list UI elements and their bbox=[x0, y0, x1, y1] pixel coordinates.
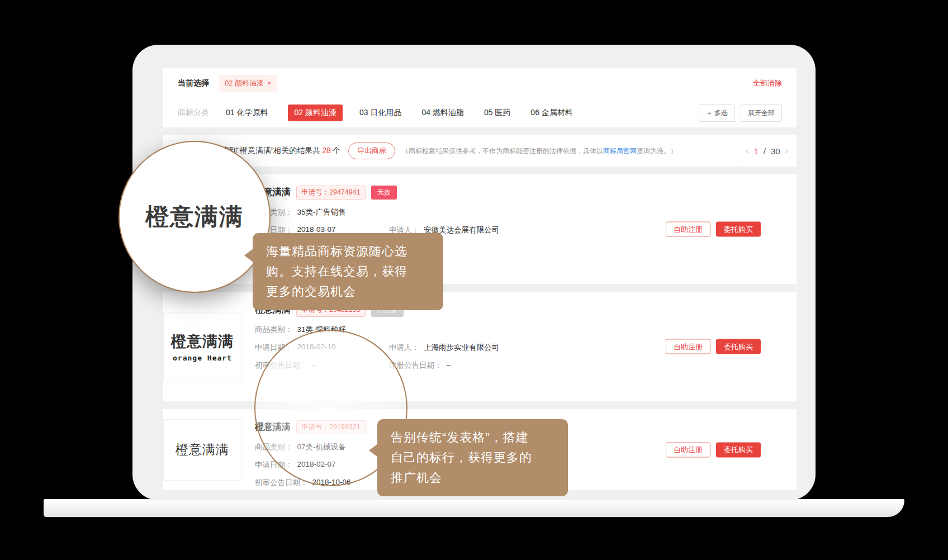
tooltip-bubble-trade: 海量精品商标资源随心选 购。支持在线交易，获得 更多的交易机会 bbox=[253, 233, 443, 310]
trademark-image-subtext: orange Heart bbox=[173, 354, 232, 362]
trademark-image: 橙意满满 bbox=[163, 419, 241, 481]
applicant-label: 申请人： bbox=[389, 343, 419, 353]
magnified-trademark-text: 橙意满满 bbox=[145, 201, 244, 232]
self-register-button[interactable]: 自助注册 bbox=[666, 442, 710, 457]
filter-panel: 当前选择 02 颜料油漆 × 全部清除 商标分类 01 化学原料 02 颜料油漆… bbox=[163, 68, 797, 127]
category-field-label: 商品类别： bbox=[255, 325, 293, 335]
category-item-05[interactable]: 05 医药 bbox=[484, 108, 510, 118]
results-summary-suffix: 个 bbox=[333, 146, 340, 155]
current-selection-label: 当前选择 bbox=[178, 78, 209, 88]
category-actions: ＋ 多选 展开全部 bbox=[699, 105, 782, 122]
row-actions: 自助注册 委托购买 bbox=[666, 222, 761, 237]
multi-select-button[interactable]: ＋ 多选 bbox=[699, 105, 735, 122]
export-trademark-button[interactable]: 导出商标 bbox=[348, 143, 395, 159]
selected-filter-tag[interactable]: 02 颜料油漆 × bbox=[219, 75, 277, 92]
page-current: 1 bbox=[753, 146, 758, 156]
page-separator: / bbox=[764, 146, 766, 156]
category-item-01[interactable]: 01 化学原料 bbox=[226, 108, 268, 118]
magnifier-circle-top: 橙意满满 bbox=[118, 141, 271, 293]
trademark-image: 橙意满满 orange Heart bbox=[163, 312, 241, 381]
trademark-image-text: 橙意满满 bbox=[171, 331, 234, 352]
page-next-icon[interactable]: › bbox=[785, 145, 789, 156]
results-header-bar: 当前分类下检索到“橙意满满”相关的结果共28个 导出商标 （商标检索结果仅供参考… bbox=[163, 135, 797, 167]
application-number-label: 申请号： bbox=[301, 188, 329, 196]
register-announce-value: – bbox=[447, 360, 451, 371]
disclaimer-text: （商标检索结果仅供参考，不作为商标能否注册的法律依据；具体以商标局官网查询为准。… bbox=[402, 146, 677, 156]
row-actions: 自助注册 委托购买 bbox=[666, 339, 761, 354]
results-count: 28 bbox=[322, 146, 331, 155]
remove-filter-icon[interactable]: × bbox=[267, 79, 272, 87]
category-field-value: 35类-广告销售 bbox=[297, 207, 346, 217]
tooltip-bubble-promo: 告别传统“发表格”，搭建 自己的标行，获得更多的 推广机会 bbox=[377, 419, 568, 496]
disclaimer-pre: （商标检索结果仅供参考，不作为商标能否注册的法律依据；具体以 bbox=[402, 147, 603, 155]
pagination: ‹ 1 / 30 › bbox=[737, 135, 797, 167]
entrust-purchase-button[interactable]: 委托购买 bbox=[716, 339, 761, 354]
category-item-02-selected[interactable]: 02 颜料油漆 bbox=[288, 105, 342, 121]
category-item-04[interactable]: 04 燃料油脂 bbox=[421, 108, 463, 118]
trademark-image-text: 橙意满满 bbox=[176, 441, 229, 458]
self-register-button[interactable]: 自助注册 bbox=[666, 222, 710, 237]
page-total: 30 bbox=[771, 146, 780, 156]
application-number-tag: 申请号：29474941 bbox=[296, 186, 366, 200]
category-item-06[interactable]: 06 金属材料 bbox=[530, 108, 572, 118]
expand-all-button[interactable]: 展开全部 bbox=[741, 105, 782, 122]
application-number-value: 29474941 bbox=[329, 188, 361, 196]
status-badge: 无效 bbox=[371, 186, 397, 200]
category-item-03[interactable]: 03 日化用品 bbox=[359, 108, 401, 118]
selected-filter-tag-text: 02 颜料油漆 bbox=[225, 78, 264, 88]
page-prev-icon[interactable]: ‹ bbox=[746, 145, 749, 156]
self-register-button[interactable]: 自助注册 bbox=[666, 339, 710, 354]
entrust-purchase-button[interactable]: 委托购买 bbox=[716, 442, 761, 457]
category-row: 商标分类 01 化学原料 02 颜料油漆 03 日化用品 04 燃料油脂 05 … bbox=[163, 98, 797, 127]
trademark-office-link[interactable]: 商标局官网 bbox=[603, 147, 637, 155]
screenshot-stage: 当前选择 02 颜料油漆 × 全部清除 商标分类 01 化学原料 02 颜料油漆… bbox=[0, 0, 948, 560]
current-selection-row: 当前选择 02 颜料油漆 × 全部清除 bbox=[163, 68, 797, 98]
row-actions: 自助注册 委托购买 bbox=[666, 442, 761, 457]
applicant-value: 上海雨步实业有限公司 bbox=[424, 343, 499, 353]
entrust-purchase-button[interactable]: 委托购买 bbox=[716, 222, 761, 237]
category-label: 商标分类 bbox=[178, 108, 209, 118]
disclaimer-post: 查询为准。） bbox=[637, 147, 677, 155]
laptop-base bbox=[44, 499, 904, 517]
clear-all-link[interactable]: 全部清除 bbox=[753, 78, 782, 88]
